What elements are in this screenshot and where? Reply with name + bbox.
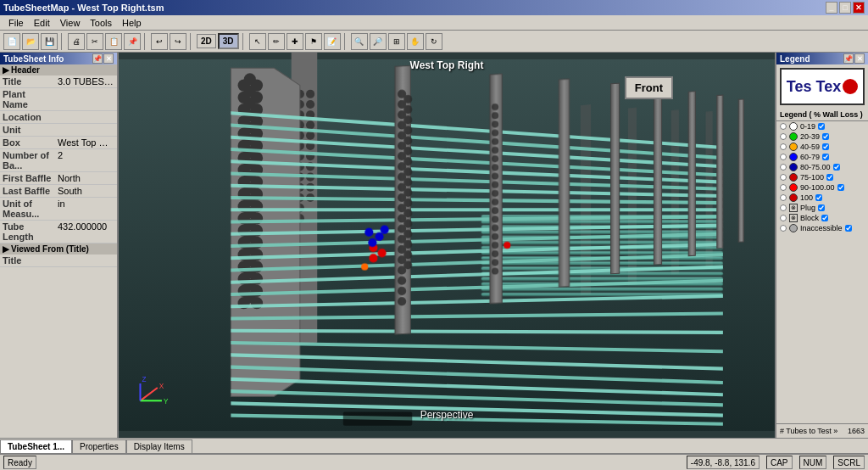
title-bar: TubeSheetMap - West Top Right.tsm _ □ ✕ [0, 0, 868, 15]
legend-color-6 [789, 183, 798, 192]
legend-radio-3[interactable] [780, 154, 787, 160]
svg-point-168 [403, 260, 412, 269]
legend-radio-2[interactable] [780, 143, 787, 150]
open-button[interactable]: 📂 [22, 33, 39, 50]
info-title-row: Title 3.0 TUBESHEET ... [0, 76, 117, 88]
legend-item-0: 0-19 [776, 121, 868, 131]
svg-point-201 [368, 238, 376, 247]
flag-tool[interactable]: ⚑ [305, 33, 322, 50]
cross-tool[interactable]: ✚ [287, 33, 303, 50]
logo-icon [843, 79, 858, 94]
legend-radio-7[interactable] [780, 194, 787, 201]
svg-point-174 [492, 138, 498, 145]
legend-check-7[interactable] [815, 194, 822, 201]
legend-label-plug: Plug [800, 204, 815, 212]
svg-point-199 [364, 228, 373, 237]
close-button[interactable]: ✕ [853, 2, 865, 14]
zoom-in-button[interactable]: 🔍 [351, 33, 368, 50]
left-panel: TubeSheet Info 📌 ✕ ▶ Header Title 3.0 TU… [0, 53, 119, 438]
svg-point-181 [492, 199, 498, 205]
menu-edit[interactable]: Edit [29, 16, 55, 30]
info-plant-row: Plant Name [0, 88, 117, 111]
legend-check-1[interactable] [822, 133, 829, 140]
legend-radio-inacc[interactable] [780, 225, 787, 232]
svg-point-160 [403, 178, 412, 187]
legend-check-3[interactable] [822, 154, 829, 160]
fit-button[interactable]: ⊞ [388, 33, 405, 50]
svg-point-203 [504, 242, 510, 249]
legend-label-inacc: Inaccessible [800, 224, 843, 232]
legend-check-0[interactable] [818, 123, 825, 130]
svg-point-93 [244, 170, 256, 182]
legend-radio-0[interactable] [780, 123, 787, 130]
info-location-row: Location [0, 111, 117, 124]
menu-tools[interactable]: Tools [85, 16, 117, 30]
svg-point-86 [244, 86, 256, 98]
pan-button[interactable]: ✋ [407, 33, 424, 50]
legend-check-2[interactable] [822, 143, 829, 150]
main-layout: TubeSheet Info 📌 ✕ ▶ Header Title 3.0 TU… [0, 53, 868, 438]
legend-radio-block[interactable] [780, 215, 787, 221]
tubes-to-test-label: # Tubes to Test » [780, 427, 837, 435]
save-button[interactable]: 💾 [41, 33, 58, 50]
tab-tubesheet[interactable]: TubeSheet 1... [0, 439, 72, 453]
viewport-3d[interactable]: X Y Z Front West Top Right Perspective [119, 53, 775, 438]
right-legend-panel: Legend 📌 ✕ Tes Tex Legend ( % Wall Loss … [775, 53, 868, 438]
menu-help[interactable]: Help [117, 16, 147, 30]
info-first-baffle-row: First Baffle North [0, 172, 117, 185]
note-tool[interactable]: 📝 [324, 33, 341, 50]
panel-close-button[interactable]: ✕ [103, 53, 114, 64]
legend-radio-4[interactable] [780, 164, 787, 171]
panel-pin-button[interactable]: 📌 [92, 53, 103, 64]
legend-check-plug[interactable] [818, 204, 825, 211]
paste-button[interactable]: 📌 [124, 33, 141, 50]
menu-view[interactable]: View [55, 16, 86, 30]
legend-radio-1[interactable] [780, 133, 787, 140]
legend-radio-5[interactable] [780, 174, 787, 181]
cut-button[interactable]: ✂ [86, 33, 103, 50]
legend-check-inacc[interactable] [845, 225, 852, 232]
print-button[interactable]: 🖨 [68, 33, 85, 50]
info-num-baffles-row: Number of Ba... 2 [0, 149, 117, 172]
3d-button[interactable]: 3D [218, 33, 239, 49]
svg-point-179 [492, 182, 498, 188]
tab-display-items[interactable]: Display Items [126, 439, 192, 453]
pencil-tool[interactable]: ✏ [268, 33, 285, 50]
svg-point-150 [398, 287, 406, 295]
svg-point-157 [403, 147, 412, 155]
legend-close-button[interactable]: ✕ [854, 53, 865, 64]
legend-color-1 [789, 132, 798, 141]
zoom-out-button[interactable]: 🔎 [370, 33, 387, 50]
menu-file[interactable]: File [3, 16, 29, 30]
tab-properties[interactable]: Properties [72, 439, 126, 453]
new-button[interactable]: 📄 [3, 33, 20, 50]
svg-point-186 [492, 242, 498, 249]
pointer-tool[interactable]: ↖ [249, 33, 266, 50]
redo-button[interactable]: ↪ [170, 33, 186, 50]
maximize-button[interactable]: □ [839, 2, 851, 14]
svg-rect-193 [688, 92, 695, 256]
front-label: Front [625, 76, 673, 99]
svg-point-164 [403, 219, 412, 227]
legend-panel-title: Legend 📌 ✕ [776, 53, 868, 64]
legend-pin-button[interactable]: 📌 [843, 53, 854, 64]
svg-point-152 [403, 95, 412, 104]
rotate-button[interactable]: ↻ [426, 33, 442, 50]
minimize-button[interactable]: _ [826, 2, 837, 14]
legend-radio-plug[interactable] [780, 204, 787, 211]
legend-item-7: 100 [776, 193, 868, 203]
copy-button[interactable]: 📋 [105, 33, 122, 50]
legend-check-5[interactable] [826, 174, 833, 181]
svg-marker-112 [231, 208, 723, 211]
legend-check-4[interactable] [833, 164, 840, 171]
2d-button[interactable]: 2D [197, 34, 216, 48]
info-unit-meas-row: Unit of Measu... in [0, 198, 117, 221]
legend-check-6[interactable] [837, 184, 844, 191]
legend-radio-6[interactable] [780, 184, 787, 191]
svg-point-189 [492, 267, 498, 274]
svg-rect-195 [738, 99, 743, 242]
legend-check-block[interactable] [821, 215, 828, 221]
undo-button[interactable]: ↩ [151, 33, 168, 50]
svg-text:Y: Y [164, 398, 169, 406]
svg-point-166 [403, 240, 412, 249]
